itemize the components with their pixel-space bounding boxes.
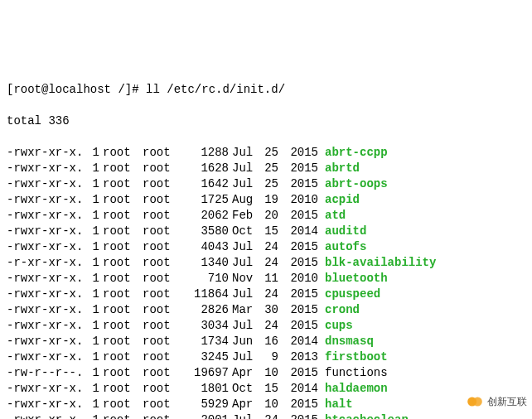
file-group: root	[143, 412, 182, 419]
file-group: root	[143, 334, 182, 349]
file-day: 15	[259, 381, 278, 397]
file-month: Aug	[232, 192, 259, 208]
file-permissions: -rwxr-xr-x.	[7, 412, 86, 419]
file-link-count: 1	[86, 302, 99, 318]
file-link-count: 1	[86, 397, 99, 412]
file-group: root	[143, 255, 182, 271]
file-group: root	[143, 176, 182, 192]
file-link-count: 1	[86, 365, 99, 381]
file-year: 2015	[278, 208, 318, 224]
table-row: -rwxr-xr-x.1rootroot3245Jul92013firstboo…	[7, 349, 525, 365]
file-link-count: 1	[86, 176, 99, 192]
file-name: halt	[325, 397, 353, 412]
file-month: Jun	[232, 334, 259, 349]
file-day: 10	[259, 397, 278, 412]
file-owner: root	[103, 192, 143, 208]
table-row: -rw-r--r--.1rootroot19697Apr102015functi…	[7, 365, 525, 381]
total-line: total 336	[7, 113, 525, 129]
file-month: Apr	[232, 365, 259, 381]
file-size: 1288	[182, 145, 229, 161]
table-row: -rwxr-xr-x.1rootroot710Nov112010bluetoot…	[7, 271, 525, 287]
file-permissions: -rwxr-xr-x.	[7, 318, 86, 334]
file-size: 2062	[182, 208, 229, 224]
table-row: -r-xr-xr-x.1rootroot1340Jul242015blk-ava…	[7, 255, 525, 271]
file-permissions: -rwxr-xr-x.	[7, 271, 86, 287]
file-owner: root	[103, 224, 143, 239]
table-row: -rwxr-xr-x.1rootroot1288Jul252015abrt-cc…	[7, 145, 525, 161]
file-day: 24	[259, 287, 278, 302]
file-name: htcacheclean	[325, 412, 409, 419]
file-owner: root	[103, 349, 143, 365]
watermark-icon	[466, 393, 484, 411]
file-name: abrt-oops	[325, 176, 388, 192]
file-permissions: -rwxr-xr-x.	[7, 334, 86, 349]
file-size: 19697	[182, 365, 229, 381]
file-group: root	[143, 397, 182, 412]
file-day: 16	[259, 334, 278, 349]
file-group: root	[143, 224, 182, 239]
file-link-count: 1	[86, 161, 99, 176]
file-owner: root	[103, 145, 143, 161]
file-group: root	[143, 381, 182, 397]
prompt-line: [root@localhost /]# ll /etc/rc.d/init.d/	[7, 82, 525, 98]
file-name: bluetooth	[325, 271, 388, 287]
file-month: Jul	[232, 287, 259, 302]
file-day: 11	[259, 271, 278, 287]
file-year: 2015	[278, 287, 318, 302]
file-year: 2014	[278, 224, 318, 239]
file-size: 4043	[182, 239, 229, 255]
file-group: root	[143, 302, 182, 318]
table-row: -rwxr-xr-x.1rootroot3034Jul242015cups	[7, 318, 525, 334]
file-month: Jul	[232, 318, 259, 334]
file-year: 2015	[278, 239, 318, 255]
file-name: cpuspeed	[325, 287, 380, 302]
file-year: 2015	[278, 176, 318, 192]
file-link-count: 1	[86, 145, 99, 161]
file-group: root	[143, 318, 182, 334]
file-month: Apr	[232, 397, 259, 412]
file-name: autofs	[325, 239, 366, 255]
file-size: 1628	[182, 161, 229, 176]
file-month: Oct	[232, 224, 259, 239]
table-row: -rwxr-xr-x.1rootroot11864Jul242015cpuspe…	[7, 287, 525, 302]
file-link-count: 1	[86, 224, 99, 239]
file-month: Jul	[232, 255, 259, 271]
file-permissions: -rwxr-xr-x.	[7, 302, 86, 318]
file-name: crond	[325, 302, 360, 318]
file-month: Mar	[232, 302, 259, 318]
file-day: 24	[259, 239, 278, 255]
file-month: Jul	[232, 161, 259, 176]
file-month: Jul	[232, 145, 259, 161]
file-group: root	[143, 192, 182, 208]
file-size: 2001	[182, 412, 229, 419]
file-day: 15	[259, 224, 278, 239]
file-link-count: 1	[86, 271, 99, 287]
file-owner: root	[103, 397, 143, 412]
file-owner: root	[103, 334, 143, 349]
file-size: 1642	[182, 176, 229, 192]
file-link-count: 1	[86, 412, 99, 419]
file-permissions: -r-xr-xr-x.	[7, 255, 86, 271]
svg-point-1	[473, 397, 482, 407]
file-name: acpid	[325, 192, 360, 208]
file-link-count: 1	[86, 239, 99, 255]
file-group: root	[143, 365, 182, 381]
file-month: Jul	[232, 176, 259, 192]
file-year: 2015	[278, 161, 318, 176]
file-size: 1734	[182, 334, 229, 349]
file-permissions: -rwxr-xr-x.	[7, 287, 86, 302]
file-permissions: -rwxr-xr-x.	[7, 208, 86, 224]
file-name: functions	[325, 365, 388, 381]
file-owner: root	[103, 271, 143, 287]
file-size: 3034	[182, 318, 229, 334]
file-year: 2013	[278, 349, 318, 365]
file-month: Feb	[232, 208, 259, 224]
file-day: 25	[259, 145, 278, 161]
file-listing: -rwxr-xr-x.1rootroot1288Jul252015abrt-cc…	[7, 145, 525, 419]
file-owner: root	[103, 255, 143, 271]
file-year: 2010	[278, 271, 318, 287]
file-group: root	[143, 239, 182, 255]
file-year: 2015	[278, 145, 318, 161]
file-permissions: -rwxr-xr-x.	[7, 161, 86, 176]
file-owner: root	[103, 208, 143, 224]
